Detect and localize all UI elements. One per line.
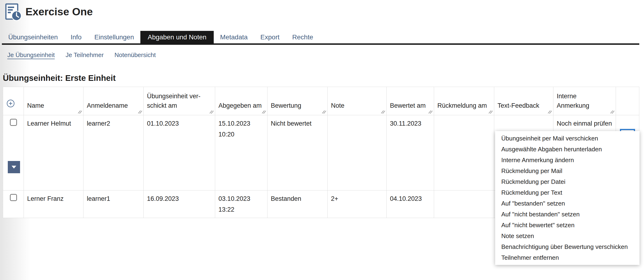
column-label: Name bbox=[27, 102, 44, 109]
cell-rated-on: 30.11.2023 bbox=[387, 115, 434, 190]
column-header-text-feedback: Text-Feedback bbox=[494, 87, 554, 115]
column-label: Abgegeben am bbox=[218, 102, 262, 109]
menu-item-uebungseinheit-per-mail[interactable]: Übungseinheit per Mail verschicken bbox=[495, 133, 640, 144]
cell-username: learner2 bbox=[84, 115, 144, 190]
subnav-notenuebersicht[interactable]: Notenübersicht bbox=[109, 50, 161, 59]
menu-item-abgaben-herunterladen[interactable]: Ausgewählte Abgaben herunterladen bbox=[495, 144, 640, 155]
column-resize-icon[interactable] bbox=[322, 109, 326, 114]
sub-navigation: Je Übungseinheit Je Teilnehmer Notenüber… bbox=[2, 50, 161, 59]
tab-rechte[interactable]: Rechte bbox=[286, 31, 320, 44]
cell-username: learner1 bbox=[84, 190, 144, 218]
assessment-document-clock-icon bbox=[4, 3, 24, 22]
cell-rating: Bestanden bbox=[268, 190, 328, 218]
column-resize-icon[interactable] bbox=[610, 109, 614, 114]
column-label: Bewertung bbox=[271, 102, 301, 109]
row-checkbox[interactable] bbox=[10, 194, 17, 201]
exercise-page: Exercise One Übungseinheiten Info Einste… bbox=[0, 0, 644, 280]
tab-export[interactable]: Export bbox=[254, 31, 286, 44]
subnav-je-teilnehmer[interactable]: Je Teilnehmer bbox=[60, 50, 109, 59]
plus-circle-icon bbox=[6, 99, 15, 108]
column-header-abgegeben-am: Abgegeben am bbox=[215, 87, 268, 115]
column-resize-icon[interactable] bbox=[138, 109, 142, 114]
menu-item-auf-bestanden-setzen[interactable]: Auf "bestanden" setzen bbox=[495, 198, 640, 209]
menu-item-rueckmeldung-per-datei[interactable]: Rückmeldung per Datei bbox=[495, 176, 640, 187]
column-header-actions bbox=[616, 87, 639, 115]
column-resize-icon[interactable] bbox=[380, 109, 385, 114]
column-resize-icon[interactable] bbox=[209, 109, 214, 114]
tab-metadata[interactable]: Metadata bbox=[214, 31, 254, 44]
cell-feedback-on bbox=[434, 115, 494, 190]
column-header-bewertung: Bewertung bbox=[268, 87, 328, 115]
cell-grade bbox=[328, 115, 387, 190]
column-header-verschickt-am: Übungseinheit ver- schickt am bbox=[144, 87, 215, 115]
column-resize-icon[interactable] bbox=[428, 109, 433, 114]
menu-item-rueckmeldung-per-mail[interactable]: Rückmeldung per Mail bbox=[495, 165, 640, 176]
column-label: Bewertet am bbox=[390, 102, 426, 109]
menu-item-note-setzen[interactable]: Note setzen bbox=[495, 231, 640, 241]
menu-item-rueckmeldung-per-text[interactable]: Rückmeldung per Text bbox=[495, 187, 640, 198]
menu-item-interne-anmerkung-aendern[interactable]: Interne Anmerkung ändern bbox=[495, 155, 640, 165]
row-checkbox[interactable] bbox=[10, 119, 17, 126]
column-label: Übungseinheit ver- schickt am bbox=[147, 93, 200, 109]
column-header-name: Name bbox=[24, 87, 84, 115]
batch-actions-button[interactable] bbox=[8, 161, 20, 173]
column-header-bewertet-am: Bewertet am bbox=[387, 87, 434, 115]
column-label: Interne Anmerkung bbox=[557, 93, 589, 109]
row-actions-menu: Übungseinheit per Mail verschicken Ausge… bbox=[495, 131, 640, 265]
tab-abgaben-und-noten[interactable]: Abgaben und Noten bbox=[140, 31, 214, 44]
table-header-row: Name Anmeldename Übungseinheit ver- schi… bbox=[3, 87, 639, 115]
cell-rating: Nicht bewertet bbox=[268, 115, 328, 190]
menu-item-teilnehmer-entfernen[interactable]: Teilnehmer entfernen bbox=[495, 252, 640, 263]
row-select-cell bbox=[3, 190, 24, 218]
column-label: Note bbox=[331, 102, 344, 109]
cell-submitted-on: 03.10.2023 13:22 bbox=[215, 190, 268, 218]
column-resize-icon[interactable] bbox=[77, 109, 82, 114]
column-resize-icon[interactable] bbox=[261, 109, 266, 114]
column-resize-icon[interactable] bbox=[488, 109, 493, 114]
column-label: Text-Feedback bbox=[498, 102, 539, 109]
row-select-cell bbox=[3, 115, 24, 190]
tab-uebungseinheiten[interactable]: Übungseinheiten bbox=[2, 31, 64, 44]
column-header-note: Note bbox=[328, 87, 387, 115]
tab-einstellungen[interactable]: Einstellungen bbox=[88, 31, 140, 44]
column-label: Rückmeldung am bbox=[437, 102, 487, 109]
select-all-header[interactable] bbox=[3, 87, 24, 115]
tab-info[interactable]: Info bbox=[64, 31, 88, 44]
subnav-je-uebungseinheit[interactable]: Je Übungseinheit bbox=[2, 50, 60, 59]
cell-sent-on: 01.10.2023 bbox=[144, 115, 215, 190]
tab-bar: Übungseinheiten Info Einstellungen Abgab… bbox=[2, 31, 320, 44]
cell-submitted-on: 15.10.2023 10:20 bbox=[215, 115, 268, 190]
cell-sent-on: 16.09.2023 bbox=[144, 190, 215, 218]
cell-name: Lerner Franz bbox=[24, 190, 84, 218]
column-resize-icon[interactable] bbox=[547, 109, 552, 114]
section-title: Übungseinheit: Erste Einheit bbox=[3, 73, 116, 83]
column-label: Anmeldename bbox=[87, 102, 128, 109]
page-title: Exercise One bbox=[26, 5, 93, 18]
cell-name: Learner Helmut bbox=[24, 115, 84, 190]
menu-item-auf-nicht-bestanden-setzen[interactable]: Auf "nicht bestanden" setzen bbox=[495, 209, 640, 220]
cell-feedback-on bbox=[434, 190, 494, 218]
cell-grade: 2+ bbox=[328, 190, 387, 218]
column-header-anmeldename: Anmeldename bbox=[84, 87, 144, 115]
menu-item-auf-nicht-bewertet-setzen[interactable]: Auf "nicht bewertet" setzen bbox=[495, 220, 640, 231]
column-header-interne-anmerkung: Interne Anmerkung bbox=[554, 87, 616, 115]
menu-item-benachrichtigung-verschicken[interactable]: Benachrichtigung über Bewertung verschic… bbox=[495, 241, 640, 252]
column-header-rueckmeldung-am: Rückmeldung am bbox=[434, 87, 494, 115]
chevron-down-icon bbox=[12, 166, 16, 169]
cell-rated-on: 04.10.2023 bbox=[387, 190, 434, 218]
